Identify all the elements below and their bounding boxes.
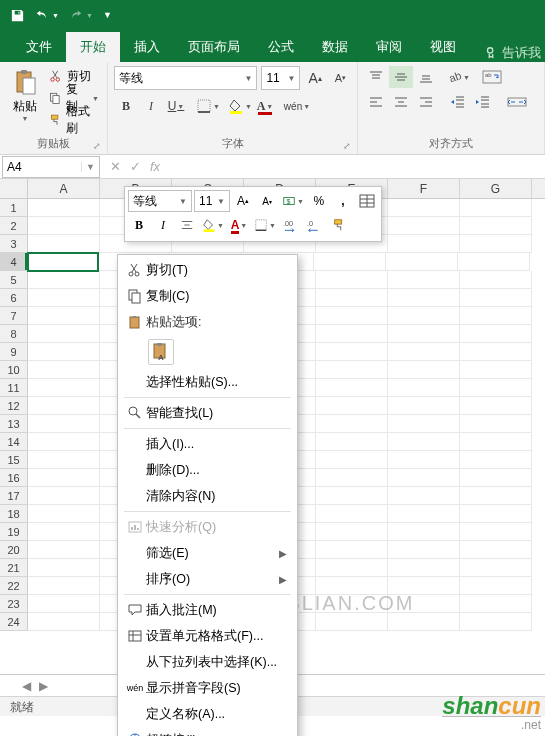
cell[interactable] bbox=[388, 325, 460, 343]
cell[interactable] bbox=[28, 523, 100, 541]
fill-color-button[interactable]: ▼ bbox=[228, 94, 252, 118]
cell[interactable] bbox=[460, 523, 532, 541]
cell[interactable] bbox=[316, 289, 388, 307]
ctx-show-pinyin[interactable]: wén显示拼音字段(S) bbox=[118, 675, 297, 701]
cell[interactable] bbox=[316, 451, 388, 469]
mini-font-name[interactable]: 等线▼ bbox=[128, 190, 192, 212]
paste-option-keep-source[interactable]: A bbox=[148, 339, 174, 365]
row-header[interactable]: 1 bbox=[0, 199, 28, 217]
cell[interactable] bbox=[388, 415, 460, 433]
cell[interactable] bbox=[460, 343, 532, 361]
qat-customize[interactable]: ▼ bbox=[103, 10, 112, 20]
cell[interactable] bbox=[316, 415, 388, 433]
row-header[interactable]: 13 bbox=[0, 415, 28, 433]
ctx-dropdown-list[interactable]: 从下拉列表中选择(K)... bbox=[118, 649, 297, 675]
cell[interactable] bbox=[460, 289, 532, 307]
column-header[interactable]: F bbox=[388, 179, 460, 198]
cell[interactable] bbox=[316, 577, 388, 595]
enter-formula-icon[interactable]: ✓ bbox=[126, 159, 144, 174]
ctx-hyperlink[interactable]: 超链接(I)... bbox=[118, 727, 297, 736]
cell[interactable] bbox=[316, 523, 388, 541]
cell[interactable] bbox=[388, 613, 460, 631]
cell[interactable] bbox=[460, 505, 532, 523]
cell[interactable] bbox=[28, 289, 100, 307]
cell[interactable] bbox=[388, 235, 460, 253]
row-header[interactable]: 17 bbox=[0, 487, 28, 505]
ctx-sort[interactable]: 排序(O)▶ bbox=[118, 566, 297, 592]
row-header[interactable]: 5 bbox=[0, 271, 28, 289]
mini-accounting-format-icon[interactable]: $▼ bbox=[280, 190, 306, 212]
paste-button[interactable]: 粘贴 ▼ bbox=[6, 66, 43, 130]
row-header[interactable]: 15 bbox=[0, 451, 28, 469]
cell[interactable] bbox=[316, 505, 388, 523]
row-header[interactable]: 6 bbox=[0, 289, 28, 307]
ctx-smart-lookup[interactable]: 智能查找(L) bbox=[118, 400, 297, 426]
cell[interactable] bbox=[28, 325, 100, 343]
name-box-dropdown-icon[interactable]: ▼ bbox=[81, 162, 99, 172]
mini-format-painter-icon[interactable] bbox=[328, 214, 350, 236]
row-header[interactable]: 20 bbox=[0, 541, 28, 559]
name-box[interactable]: ▼ bbox=[2, 156, 100, 178]
tab-insert[interactable]: 插入 bbox=[120, 32, 174, 62]
cell[interactable] bbox=[388, 487, 460, 505]
cell[interactable] bbox=[388, 433, 460, 451]
font-color-button[interactable]: A▼ bbox=[253, 94, 277, 118]
align-middle-icon[interactable] bbox=[389, 66, 413, 88]
ctx-cut[interactable]: 剪切(T) bbox=[118, 257, 297, 283]
select-all-corner[interactable] bbox=[0, 179, 28, 198]
row-header[interactable]: 23 bbox=[0, 595, 28, 613]
row-header[interactable]: 22 bbox=[0, 577, 28, 595]
cell[interactable] bbox=[460, 361, 532, 379]
cell[interactable] bbox=[28, 469, 100, 487]
row-header[interactable]: 12 bbox=[0, 397, 28, 415]
tab-review[interactable]: 审阅 bbox=[362, 32, 416, 62]
row-header[interactable]: 24 bbox=[0, 613, 28, 631]
border-button[interactable]: ▼ bbox=[196, 94, 220, 118]
mini-increase-font-icon[interactable]: A▴ bbox=[232, 190, 254, 212]
cell[interactable] bbox=[28, 307, 100, 325]
cell[interactable] bbox=[388, 379, 460, 397]
merge-center-button[interactable] bbox=[505, 91, 529, 113]
fx-icon[interactable]: fx bbox=[146, 159, 164, 174]
row-header[interactable]: 10 bbox=[0, 361, 28, 379]
tab-layout[interactable]: 页面布局 bbox=[174, 32, 254, 62]
mini-format-table-icon[interactable] bbox=[356, 190, 378, 212]
italic-button[interactable]: I bbox=[139, 94, 163, 118]
cell[interactable] bbox=[28, 541, 100, 559]
cell[interactable] bbox=[28, 505, 100, 523]
ctx-copy[interactable]: 复制(C) bbox=[118, 283, 297, 309]
tell-me[interactable]: 告诉我 bbox=[484, 44, 545, 62]
cell[interactable] bbox=[28, 613, 100, 631]
cell[interactable] bbox=[28, 379, 100, 397]
cell[interactable] bbox=[388, 199, 460, 217]
cell[interactable] bbox=[28, 217, 100, 235]
undo-button[interactable]: ▼ bbox=[35, 8, 59, 22]
cell[interactable] bbox=[316, 595, 388, 613]
cell[interactable] bbox=[460, 541, 532, 559]
cell[interactable] bbox=[460, 451, 532, 469]
cell[interactable] bbox=[316, 325, 388, 343]
mini-comma-icon[interactable]: , bbox=[332, 190, 354, 212]
cell[interactable] bbox=[460, 469, 532, 487]
sheet-nav-next-icon[interactable]: ▶ bbox=[39, 679, 48, 693]
mini-align-center-icon[interactable] bbox=[176, 214, 198, 236]
cell[interactable] bbox=[460, 307, 532, 325]
cell[interactable] bbox=[460, 595, 532, 613]
font-size-select[interactable]: 11▼ bbox=[261, 66, 300, 90]
cell[interactable] bbox=[460, 577, 532, 595]
cell[interactable] bbox=[388, 523, 460, 541]
cell[interactable] bbox=[386, 253, 458, 271]
cell[interactable] bbox=[28, 397, 100, 415]
cell[interactable] bbox=[388, 505, 460, 523]
cell[interactable] bbox=[314, 253, 386, 271]
increase-font-icon[interactable]: A▴ bbox=[304, 67, 325, 89]
underline-button[interactable]: U▼ bbox=[164, 94, 188, 118]
row-header[interactable]: 16 bbox=[0, 469, 28, 487]
cell[interactable] bbox=[388, 271, 460, 289]
mini-border-icon[interactable]: ▼ bbox=[252, 214, 278, 236]
tab-home[interactable]: 开始 bbox=[66, 32, 120, 62]
cell[interactable] bbox=[28, 199, 100, 217]
cell[interactable] bbox=[28, 235, 100, 253]
cell[interactable] bbox=[460, 379, 532, 397]
row-header[interactable]: 2 bbox=[0, 217, 28, 235]
